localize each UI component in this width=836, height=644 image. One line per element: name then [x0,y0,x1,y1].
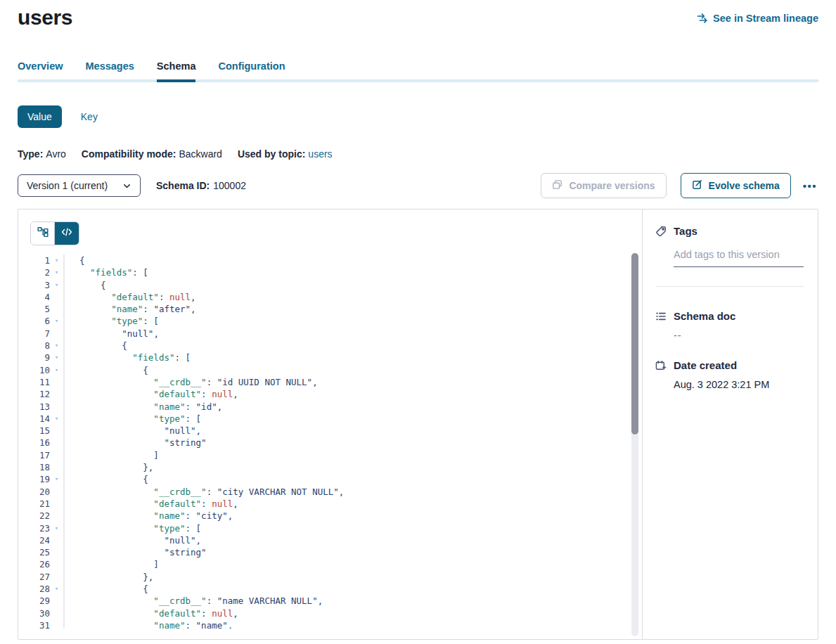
code-text: "name": "id", [63,401,642,413]
collapse-arrow-icon[interactable]: ▾ [50,266,63,278]
code-view-button[interactable] [55,222,79,245]
type-value: Avro [46,148,66,160]
collapse-arrow-icon[interactable]: ▾ [50,364,63,376]
code-text: "fields": [ [63,352,642,363]
compare-versions-button[interactable]: Compare versions [541,173,666,198]
code-text: "name": "city", [63,510,642,522]
schema-panel: 1▾{2▾ "fields": [3▾ {4 "default": null,5… [18,209,818,640]
code-line: 24 "null", [30,534,642,546]
value-toggle-button[interactable]: Value [18,105,62,128]
collapse-arrow-placeholder [50,303,63,315]
line-number: 7 [30,328,50,340]
page-header: users See in Stream lineage [18,0,818,30]
line-number: 22 [30,510,50,522]
collapse-arrow-icon[interactable]: ▾ [50,413,63,425]
code-line: 1▾{ [30,255,642,266]
code-line: 15 "null", [30,425,642,437]
collapse-arrow-icon[interactable]: ▾ [50,255,63,266]
line-number: 21 [30,498,50,510]
calendar-plus-icon [655,360,667,371]
collapse-arrow-placeholder [50,461,63,473]
code-line: 21 "default": null, [30,498,642,510]
code-line: 19▾ { [30,473,642,485]
line-number: 2 [30,266,50,278]
code-lines: 1▾{2▾ "fields": [3▾ {4 "default": null,5… [30,255,642,629]
collapse-arrow-placeholder [50,571,63,583]
used-by-topic: Used by topic:users [238,148,333,160]
compatibility-value: Backward [179,148,221,160]
code-line: 8▾ { [30,340,642,352]
version-select[interactable]: Version 1 (current) [18,174,141,197]
collapse-arrow-placeholder [50,546,63,558]
date-created-heading: Date created [655,359,804,371]
version-controls-row: Version 1 (current) Schema ID:100002 Com… [18,173,818,198]
code-text: "default": null, [63,498,642,510]
tree-view-button[interactable] [31,222,55,245]
compatibility-label: Compatibility mode: [82,148,176,160]
line-number: 29 [30,595,50,607]
list-icon [655,311,667,322]
line-number: 10 [30,364,50,376]
more-options-button[interactable]: ••• [802,178,818,194]
collapse-arrow-icon[interactable]: ▾ [50,340,63,352]
code-text: }, [63,571,642,583]
compare-versions-label: Compare versions [569,180,655,191]
topic-link[interactable]: users [308,148,332,160]
editor-scrollbar[interactable] [631,253,638,636]
collapse-arrow-icon[interactable]: ▾ [50,522,63,534]
collapse-arrow-placeholder [50,388,63,400]
code-text: "string" [63,546,642,558]
code-text: { [63,279,642,291]
code-text: "fields": [ [63,266,642,278]
collapse-arrow-placeholder [50,425,63,437]
type-label: Type: [18,148,43,160]
schema-doc-section: Schema doc -- [655,310,804,341]
line-number: 27 [30,571,50,583]
schema-doc-value: -- [674,330,804,341]
collapse-arrow-placeholder [50,291,63,303]
collapse-arrow-placeholder [50,376,63,388]
code-line: 7 "null", [30,328,642,340]
code-line: 5 "name": "after", [30,303,642,315]
code-line: 14▾ "type": [ [30,413,642,425]
scrollbar-thumb[interactable] [631,253,638,434]
collapse-arrow-icon[interactable]: ▾ [50,473,63,485]
tags-title: Tags [674,225,697,237]
code-text: "default": null, [63,388,642,400]
evolve-schema-label: Evolve schema [709,180,780,191]
code-text: ] [63,449,642,461]
code-line: 4 "default": null, [30,291,642,303]
line-number: 16 [30,437,50,449]
tags-heading: Tags [655,225,804,237]
line-number: 31 [30,619,50,629]
collapse-arrow-icon[interactable]: ▾ [50,315,63,327]
line-number: 4 [30,291,50,303]
stream-lineage-icon [697,13,708,24]
line-number: 8 [30,340,50,352]
see-in-stream-lineage-label: See in Stream lineage [713,13,818,24]
code-line: 27 }, [30,571,642,583]
collapse-arrow-placeholder [50,558,63,570]
collapse-arrow-icon[interactable]: ▾ [50,583,63,595]
collapse-arrow-icon[interactable]: ▾ [50,352,63,363]
key-toggle-button[interactable]: Key [81,111,98,122]
schema-id: Schema ID:100002 [156,180,246,191]
tags-input[interactable] [674,247,804,267]
tab-schema[interactable]: Schema [157,60,196,82]
editor-view-toggle [30,221,79,245]
compare-icon [552,179,562,192]
line-number: 1 [30,255,50,266]
see-in-stream-lineage-link[interactable]: See in Stream lineage [697,13,818,24]
line-number: 15 [30,425,50,437]
code-text: { [63,255,642,266]
line-number: 11 [30,376,50,388]
line-number: 30 [30,607,50,619]
collapse-arrow-icon[interactable]: ▾ [50,279,63,291]
code-line: 11 "__crdb__": "id UUID NOT NULL", [30,376,642,388]
line-number: 9 [30,352,50,363]
evolve-schema-button[interactable]: Evolve schema [681,173,791,198]
tab-underline-track [18,79,818,82]
line-number: 17 [30,449,50,461]
collapse-arrow-placeholder [50,449,63,461]
code-text: { [63,473,642,485]
